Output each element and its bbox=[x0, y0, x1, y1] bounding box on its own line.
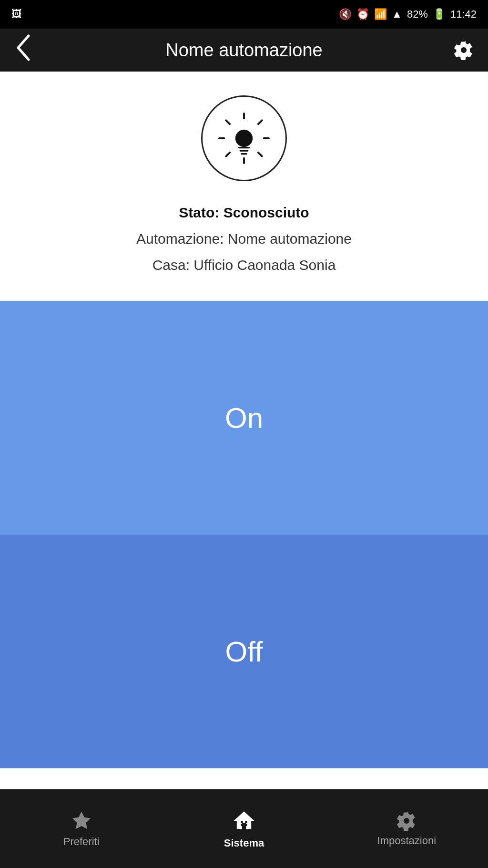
mute-icon: 🔇 bbox=[339, 8, 352, 21]
info-section: Stato: Sconosciuto Automazione: Nome aut… bbox=[0, 72, 488, 301]
svg-line-6 bbox=[258, 120, 262, 124]
svg-rect-14 bbox=[241, 824, 243, 826]
nav-item-preferiti[interactable]: Preferiti bbox=[0, 810, 163, 848]
on-button[interactable]: On bbox=[0, 301, 488, 535]
battery-text: 82% bbox=[407, 8, 428, 21]
nav-item-sistema[interactable]: Sistema bbox=[163, 808, 325, 849]
automazione-line: Automazione: Nome automazione bbox=[136, 227, 352, 251]
nav-label-sistema: Sistema bbox=[224, 837, 264, 849]
photo-icon: 🖼 bbox=[11, 8, 22, 21]
signal-icon: ▲ bbox=[392, 8, 402, 21]
svg-line-4 bbox=[226, 120, 230, 124]
off-button-label: Off bbox=[225, 635, 263, 668]
svg-rect-15 bbox=[245, 824, 247, 826]
nav-item-impostazioni[interactable]: Impostazioni bbox=[325, 811, 488, 847]
header: Nome automazione bbox=[0, 29, 488, 72]
off-button[interactable]: Off bbox=[0, 535, 488, 768]
svg-line-5 bbox=[258, 153, 262, 156]
nav-label-impostazioni: Impostazioni bbox=[377, 835, 437, 847]
svg-line-7 bbox=[226, 153, 230, 156]
back-button[interactable] bbox=[14, 33, 43, 67]
wifi-icon: 📶 bbox=[374, 8, 387, 21]
settings-button[interactable] bbox=[445, 40, 474, 60]
alarm-icon: ⏰ bbox=[356, 8, 369, 21]
on-button-label: On bbox=[225, 402, 263, 434]
svg-rect-13 bbox=[245, 821, 247, 823]
casa-line: Casa: Ufficio Caonada Sonia bbox=[136, 253, 352, 277]
svg-rect-12 bbox=[241, 821, 243, 823]
bottom-nav: Preferiti Sistema Impostazioni bbox=[0, 789, 488, 868]
battery-icon: 🔋 bbox=[433, 8, 446, 21]
svg-point-8 bbox=[235, 130, 253, 147]
nav-label-preferiti: Preferiti bbox=[63, 836, 100, 848]
time-text: 11:42 bbox=[450, 8, 477, 21]
bulb-icon-container bbox=[201, 95, 287, 181]
info-text-block: Stato: Sconosciuto Automazione: Nome aut… bbox=[136, 200, 352, 277]
stato-line: Stato: Sconosciuto bbox=[136, 200, 352, 225]
status-bar: 🖼 🔇 ⏰ 📶 ▲ 82% 🔋 11:42 bbox=[0, 0, 488, 29]
page-title: Nome automazione bbox=[43, 40, 445, 61]
